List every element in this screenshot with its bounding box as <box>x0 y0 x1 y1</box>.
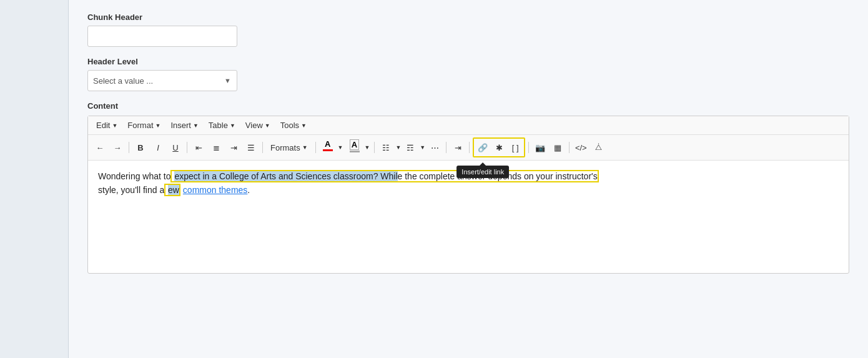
insert-arrow-icon: ▼ <box>193 122 199 129</box>
separator-2 <box>187 142 187 153</box>
common-themes-link[interactable]: common themes <box>183 185 247 195</box>
table-arrow-icon: ▼ <box>230 122 235 129</box>
insert-link-group: 🔗 Insert/edit link ✱ [ ] <box>473 137 525 157</box>
text-selection-box-2: ew <box>164 184 180 196</box>
num-list-arrow: ▼ <box>420 144 425 151</box>
chunk-header-field: Chunk Header <box>87 12 849 47</box>
editor-container: Edit ▼ Format ▼ Insert ▼ Table ▼ <box>87 116 849 274</box>
view-menu-button[interactable]: View ▼ <box>241 119 275 132</box>
bold-button[interactable]: B <box>132 139 149 156</box>
align-left-button[interactable]: ⇤ <box>190 139 207 156</box>
edit-arrow-icon: ▼ <box>112 122 117 129</box>
toolbar-row2: ← → B I U ⇤ ≣ ⇥ ☰ <box>88 135 849 161</box>
source-code-button[interactable]: </> <box>573 139 589 156</box>
bg-color-button[interactable]: A <box>346 139 363 156</box>
left-sidebar <box>0 0 69 358</box>
separator-6 <box>446 142 446 153</box>
separator-3 <box>262 142 263 153</box>
italic-button[interactable]: I <box>150 139 166 156</box>
text-selection-box: expect in a College of Arts and Sciences… <box>170 170 598 182</box>
tools-arrow-icon: ▼ <box>301 122 307 129</box>
bullet-list-arrow: ▼ <box>395 144 401 151</box>
chunk-header-input[interactable] <box>87 26 237 47</box>
bg-color-bar <box>350 151 360 152</box>
main-content: Chunk Header Header Level Select a value… <box>69 0 868 358</box>
content-field: Content Edit ▼ Format ▼ Insert ▼ <box>87 101 849 274</box>
text-line2-before: style, you'll find a <box>98 185 164 195</box>
content-label: Content <box>87 101 849 111</box>
fullscreen-button[interactable]: ⧊ <box>590 139 606 156</box>
undo-button[interactable]: ← <box>92 139 108 156</box>
selected-text-2: ew <box>168 185 179 195</box>
formats-button[interactable]: Formats ▼ <box>266 141 312 154</box>
header-level-select-wrapper: Select a value ... H1 H2 H3 ▼ <box>87 70 237 91</box>
numbered-list-button[interactable]: ☶ <box>402 139 418 156</box>
bullet-list-button[interactable]: ☷ <box>378 139 394 156</box>
font-color-bar <box>323 149 333 151</box>
separator-1 <box>129 142 129 153</box>
separator-4 <box>315 142 316 153</box>
editor-paragraph-1: Wondering what to expect in a College of… <box>98 169 839 183</box>
header-level-field: Header Level Select a value ... H1 H2 H3… <box>87 57 849 91</box>
selected-text-1: expect in a College of Arts and Sciences… <box>174 171 397 181</box>
table-insert-button[interactable]: ▦ <box>550 139 566 156</box>
editor-body[interactable]: Wondering what to expect in a College of… <box>88 161 849 273</box>
tools-menu-button[interactable]: Tools ▼ <box>276 119 311 132</box>
header-level-label: Header Level <box>87 57 849 66</box>
insert-link-button[interactable]: 🔗 <box>475 139 491 156</box>
image-button[interactable]: 📷 <box>532 139 548 156</box>
edit-menu-button[interactable]: Edit ▼ <box>92 119 122 132</box>
align-center-button[interactable]: ≣ <box>208 139 224 156</box>
separator-5 <box>374 142 375 153</box>
align-right-button[interactable]: ⇥ <box>225 139 242 156</box>
separator-9 <box>569 142 570 153</box>
align-justify-button[interactable]: ☰ <box>243 139 259 156</box>
chunk-header-label: Chunk Header <box>87 12 849 22</box>
text-before-selection: Wondering what to <box>98 171 170 181</box>
indent-button[interactable]: ⇥ <box>450 139 466 156</box>
editor-paragraph-2: style, you'll find a ew common themes. <box>98 183 839 197</box>
view-arrow-icon: ▼ <box>265 122 270 129</box>
insert-menu-button[interactable]: Insert ▼ <box>166 119 202 132</box>
header-level-select[interactable]: Select a value ... H1 H2 H3 <box>87 70 237 91</box>
toolbar-row1: Edit ▼ Format ▼ Insert ▼ Table ▼ <box>88 116 849 135</box>
insert-link-tooltip-container: 🔗 Insert/edit link <box>475 139 491 156</box>
underline-button[interactable]: U <box>167 139 184 156</box>
remove-link-button[interactable]: ✱ <box>491 139 507 156</box>
table-menu-button[interactable]: Table ▼ <box>204 119 240 132</box>
more-button[interactable]: ⋯ <box>427 139 443 156</box>
text-period: . <box>247 185 250 195</box>
separator-8 <box>528 142 529 153</box>
format-arrow-icon: ▼ <box>155 122 161 129</box>
insert-anchor-button[interactable]: [ ] <box>507 139 523 156</box>
formats-arrow-icon: ▼ <box>302 144 308 151</box>
bg-color-arrow: ▼ <box>365 144 370 151</box>
redo-button[interactable]: → <box>109 139 126 156</box>
font-color-button[interactable]: A <box>319 139 337 156</box>
format-menu-button[interactable]: Format ▼ <box>123 119 165 132</box>
separator-7 <box>469 142 470 153</box>
font-color-arrow: ▼ <box>338 144 343 151</box>
